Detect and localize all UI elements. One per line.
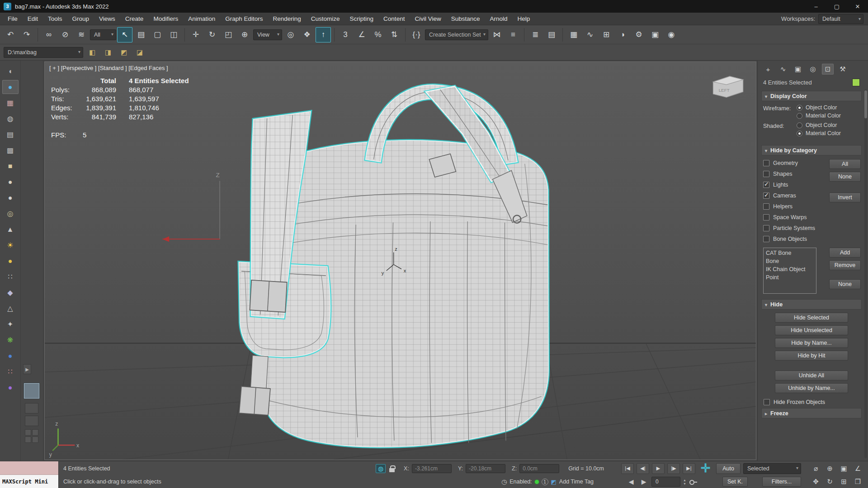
- orbit-icon[interactable]: ↻: [824, 477, 835, 487]
- next-key-icon[interactable]: ▶: [639, 477, 649, 486]
- menu-rendering[interactable]: Rendering: [268, 13, 306, 25]
- viewport-label[interactable]: [ + ] [Perspective ] [Standard ] [Edged …: [49, 65, 168, 71]
- category-bone-objects[interactable]: Bone Objects: [763, 235, 826, 243]
- menu-group[interactable]: Group: [67, 13, 94, 25]
- mirror-icon[interactable]: ⋈: [489, 27, 505, 42]
- pan-icon[interactable]: ✥: [810, 477, 821, 487]
- sphere-purple-tool-icon[interactable]: ●: [2, 380, 19, 394]
- side-slot-2[interactable]: [25, 416, 38, 426]
- y-coord-field[interactable]: -20.18cm: [466, 464, 505, 473]
- previous-key-icon[interactable]: ◀: [626, 477, 636, 486]
- panel-scrollbar[interactable]: [864, 89, 867, 458]
- shaded-material-color-option[interactable]: Material Color: [797, 130, 841, 136]
- expand-arrow-button[interactable]: ▶: [23, 364, 31, 374]
- align-icon[interactable]: ≡: [505, 27, 521, 42]
- render-setup-icon[interactable]: ⚙: [631, 27, 646, 42]
- toggle-scene-explorer-icon[interactable]: ≣: [528, 27, 543, 42]
- motion-tab-icon[interactable]: ◎: [807, 64, 819, 75]
- edit-named-selection-sets-icon[interactable]: {·}: [409, 27, 424, 42]
- pyramid-tool-icon[interactable]: △: [2, 301, 19, 315]
- keyboard-shortcut-override-icon[interactable]: ↑: [316, 27, 331, 42]
- unhide-all-button[interactable]: Unhide All: [775, 371, 848, 380]
- set-project-folder-icon[interactable]: ◧: [85, 46, 99, 59]
- checkbox-icon[interactable]: [763, 214, 769, 221]
- layout-grid-button[interactable]: [25, 429, 38, 443]
- category-lights[interactable]: Lights: [763, 180, 826, 189]
- frame-spinner[interactable]: [683, 479, 686, 485]
- none-button[interactable]: None: [829, 172, 861, 182]
- isolate-selection-icon[interactable]: ◍: [376, 464, 386, 473]
- checkbox-icon[interactable]: [763, 236, 769, 242]
- key-filter-dropdown[interactable]: Selected: [743, 463, 801, 474]
- menu-substance[interactable]: Substance: [446, 13, 485, 25]
- previous-frame-button[interactable]: ◀|: [637, 463, 649, 474]
- radio-icon[interactable]: [797, 131, 802, 136]
- play-button[interactable]: ▶: [652, 463, 665, 474]
- menu-edit[interactable]: Edit: [23, 13, 43, 25]
- menu-views[interactable]: Views: [94, 13, 120, 25]
- checkbox-icon[interactable]: [763, 225, 769, 231]
- open-ribbon-icon[interactable]: ▦: [566, 27, 581, 42]
- spinner-snap-icon[interactable]: ⇅: [387, 27, 402, 42]
- curve-editor-icon[interactable]: ∿: [582, 27, 598, 42]
- shaded-object-color-option[interactable]: Object Color: [797, 122, 841, 128]
- cone-tool-icon[interactable]: ▲: [2, 222, 19, 236]
- menu-graph-editors[interactable]: Graph Editors: [220, 13, 268, 25]
- workspaces-dropdown[interactable]: Default: [818, 14, 863, 24]
- menu-create[interactable]: Create: [120, 13, 149, 25]
- render-production-icon[interactable]: ◉: [664, 27, 679, 42]
- utilities-tab-icon[interactable]: ⚒: [837, 64, 849, 75]
- bind-to-space-warp-icon[interactable]: ≋: [74, 27, 89, 42]
- x-coord-field[interactable]: -3.261cm: [412, 464, 452, 473]
- menu-animation[interactable]: Animation: [183, 13, 220, 25]
- display-color-header[interactable]: Display Color: [761, 91, 862, 101]
- foliage-tool-icon[interactable]: ❋: [2, 333, 19, 347]
- macro-recorder-pane[interactable]: [0, 461, 58, 475]
- sphere-dark-blue-tool-icon[interactable]: ●: [2, 349, 19, 363]
- side-slot-1[interactable]: [25, 403, 38, 413]
- hide-selected-button[interactable]: Hide Selected: [775, 313, 848, 323]
- list-none-button[interactable]: None: [829, 279, 861, 289]
- select-object-icon[interactable]: ↖: [117, 27, 132, 42]
- project-path-dropdown[interactable]: D:\max\bag: [4, 47, 83, 58]
- select-by-name-icon[interactable]: ▤: [133, 27, 149, 42]
- wireframe-material-color-option[interactable]: Material Color: [797, 113, 841, 119]
- reference-coordinate-dropdown[interactable]: View: [253, 29, 282, 40]
- checkbox-icon[interactable]: [763, 160, 769, 166]
- key-filters-button[interactable]: Filters...: [762, 477, 801, 487]
- scrollbar-thumb[interactable]: [864, 90, 867, 118]
- checkbox-icon[interactable]: [764, 399, 770, 405]
- checkbox-icon[interactable]: [763, 192, 769, 199]
- zoom-region-icon[interactable]: ⊞: [838, 477, 849, 487]
- unlink-selection-icon[interactable]: ⊘: [57, 27, 73, 42]
- perspective-viewport[interactable]: Z: [44, 61, 756, 460]
- auto-key-button[interactable]: Auto: [716, 463, 741, 474]
- rendered-frame-window-icon[interactable]: ▣: [647, 27, 663, 42]
- category-cameras[interactable]: Cameras: [763, 191, 826, 200]
- zoom-extents-icon[interactable]: ▣: [838, 464, 849, 474]
- menu-civil-view[interactable]: Civil View: [410, 13, 446, 25]
- maxscript-mini-listener[interactable]: MAXScript Mini: [0, 461, 59, 488]
- menu-file[interactable]: File: [3, 13, 23, 25]
- key-mode-icon[interactable]: [689, 478, 697, 486]
- field-of-view-icon[interactable]: ∠: [852, 464, 863, 474]
- hierarchy-tab-icon[interactable]: ▣: [792, 64, 804, 75]
- object-color-swatch[interactable]: [852, 79, 860, 86]
- menu-help[interactable]: Help: [513, 13, 535, 25]
- category-space-warps[interactable]: Space Warps: [763, 213, 826, 221]
- invert-button[interactable]: Invert: [829, 192, 861, 202]
- create-tab-icon[interactable]: +: [762, 64, 774, 75]
- menu-customize[interactable]: Customize: [306, 13, 345, 25]
- select-and-link-icon[interactable]: ∞: [41, 27, 57, 42]
- blob-tool-icon[interactable]: ●: [2, 175, 19, 189]
- add-button[interactable]: Add: [829, 248, 861, 258]
- menu-arnold[interactable]: Arnold: [485, 13, 512, 25]
- box-tool-icon[interactable]: ■: [2, 159, 19, 173]
- toggle-layer-explorer-icon[interactable]: ▤: [544, 27, 559, 42]
- go-to-end-button[interactable]: ▶|: [683, 463, 695, 474]
- maximize-button[interactable]: ▢: [826, 0, 847, 13]
- add-time-tag-label[interactable]: Add Time Tag: [559, 479, 594, 485]
- category-helpers[interactable]: Helpers: [763, 202, 826, 211]
- z-coord-field[interactable]: 0.0cm: [519, 464, 559, 473]
- checkbox-icon[interactable]: [763, 171, 769, 177]
